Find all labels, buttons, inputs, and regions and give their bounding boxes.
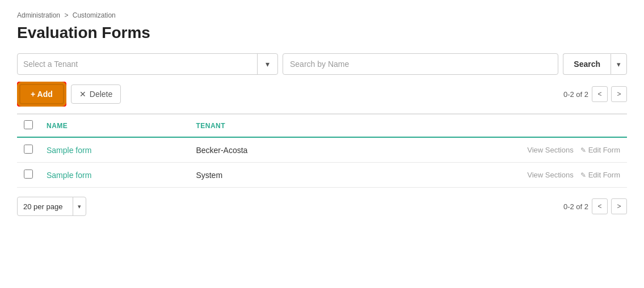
chevron-right-icon: >	[617, 90, 621, 98]
search-dropdown-button[interactable]: ▾	[611, 53, 627, 75]
search-input[interactable]	[283, 60, 558, 69]
breadcrumb-current: Customization	[73, 11, 116, 19]
chevron-left-icon: <	[597, 90, 601, 98]
view-sections-button-1[interactable]: View Sections	[527, 171, 573, 179]
search-btn-group: Search ▾	[563, 53, 627, 75]
action-row: + Add ✕ Delete 0-2 of 2 < >	[17, 82, 627, 107]
bottom-row: 20 per page 50 per page 100 per page ▾ 0…	[17, 197, 627, 216]
breadcrumb-separator: >	[64, 11, 68, 19]
edit-icon-0: ✎	[580, 146, 586, 154]
breadcrumb-admin: Administration	[17, 11, 60, 19]
view-sections-button-0[interactable]: View Sections	[527, 146, 573, 154]
row-tenant-0: Becker-Acosta	[189, 137, 355, 163]
pagination-prev-bottom[interactable]: <	[592, 198, 608, 214]
pagination-prev-top[interactable]: <	[592, 86, 608, 102]
row-name-0: Sample form	[40, 137, 189, 163]
col-actions-header	[356, 114, 627, 137]
row-checkbox-cell	[17, 137, 40, 163]
pagination-info-top: 0-2 of 2 < >	[563, 86, 627, 102]
add-button-highlight: + Add	[17, 82, 66, 107]
per-page-wrapper[interactable]: 20 per page 50 per page 100 per page ▾	[17, 197, 86, 216]
edit-form-button-0[interactable]: ✎ Edit Form	[580, 146, 620, 154]
select-all-checkbox[interactable]	[24, 120, 33, 129]
table-row: Sample form Becker-Acosta View Sections …	[17, 137, 627, 163]
table-header-row: NAME TENANT	[17, 114, 627, 137]
delete-button[interactable]: ✕ Delete	[71, 84, 121, 104]
row-checkbox-1[interactable]	[24, 170, 33, 179]
header-checkbox-cell	[17, 114, 40, 137]
breadcrumb: Administration > Customization	[17, 11, 627, 19]
row-checkbox-0[interactable]	[24, 145, 33, 154]
search-button[interactable]: Search	[563, 53, 611, 75]
search-input-wrapper	[283, 53, 558, 75]
edit-icon-1: ✎	[580, 171, 586, 179]
row-actions-1: View Sections ✎ Edit Form	[356, 163, 627, 188]
pagination-info-bottom: 0-2 of 2 < >	[563, 198, 627, 214]
tenant-select-wrapper[interactable]: Select a Tenant ▾	[17, 53, 278, 75]
form-name-link-0[interactable]: Sample form	[47, 146, 91, 155]
toolbar-row: Select a Tenant ▾ Search ▾	[17, 53, 627, 75]
tenant-select-arrow-icon[interactable]: ▾	[257, 54, 277, 74]
form-name-link-1[interactable]: Sample form	[47, 171, 91, 180]
search-dropdown-arrow-icon: ▾	[617, 60, 621, 69]
delete-x-icon: ✕	[79, 90, 86, 99]
col-tenant-header: TENANT	[189, 114, 355, 137]
pagination-count-top: 0-2 of 2	[563, 90, 588, 99]
pagination-next-top[interactable]: >	[611, 86, 627, 102]
chevron-left-bottom-icon: <	[597, 202, 601, 210]
add-button[interactable]: + Add	[19, 84, 64, 104]
data-table: NAME TENANT Sample form Becker-Acosta Vi…	[17, 113, 627, 188]
table-row: Sample form System View Sections ✎ Edit …	[17, 163, 627, 188]
row-actions-0: View Sections ✎ Edit Form	[356, 137, 627, 163]
tenant-select[interactable]: Select a Tenant	[18, 60, 257, 69]
row-tenant-1: System	[189, 163, 355, 188]
per-page-arrow-icon[interactable]: ▾	[73, 197, 86, 215]
page-title: Evaluation Forms	[17, 24, 627, 42]
per-page-select[interactable]: 20 per page 50 per page 100 per page	[18, 202, 73, 211]
col-name-header: NAME	[40, 114, 189, 137]
row-name-1: Sample form	[40, 163, 189, 188]
page-wrapper: Administration > Customization Evaluatio…	[0, 0, 644, 288]
pagination-count-bottom: 0-2 of 2	[563, 202, 588, 211]
row-checkbox-cell	[17, 163, 40, 188]
edit-form-button-1[interactable]: ✎ Edit Form	[580, 171, 620, 179]
pagination-next-bottom[interactable]: >	[611, 198, 627, 214]
chevron-right-bottom-icon: >	[617, 202, 621, 210]
action-left: + Add ✕ Delete	[17, 82, 121, 107]
